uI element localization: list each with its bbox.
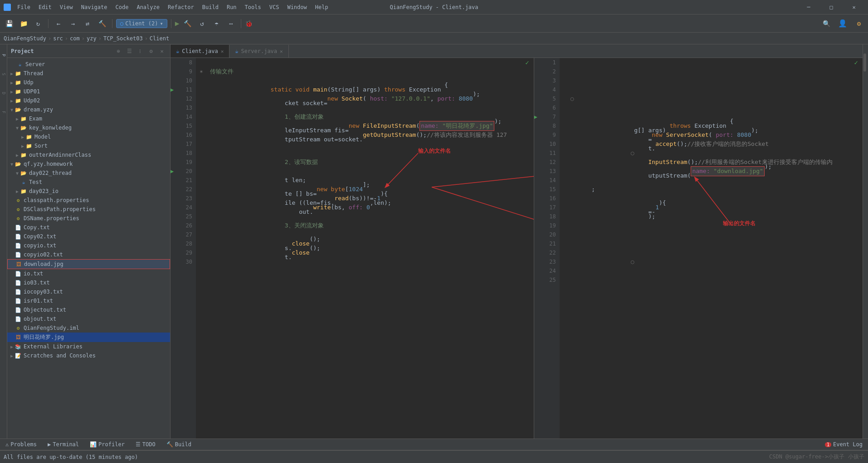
tree-item-model[interactable]: ▶ 📁 Model: [7, 132, 170, 141]
breadcrumb-client[interactable]: Client: [150, 35, 169, 42]
tab-client-java[interactable]: ☕ Client.java ✕: [171, 45, 229, 58]
menu-navigate[interactable]: Navigate: [78, 3, 111, 11]
tree-item-sort[interactable]: ▶ 📁 Sort: [7, 141, 170, 150]
menu-file[interactable]: File: [14, 3, 34, 11]
tab-profiler[interactable]: 📊 Profiler: [88, 440, 127, 449]
menu-view[interactable]: View: [56, 3, 77, 11]
run-arrow-right-7[interactable]: ▶: [534, 112, 537, 121]
search-button[interactable]: 🔍: [820, 17, 833, 30]
extra-button[interactable]: ⋯: [224, 17, 237, 30]
minimize-button[interactable]: ─: [798, 0, 819, 14]
breadcrumb-project[interactable]: QianFengStudy: [4, 35, 46, 42]
menu-build[interactable]: Build: [199, 3, 222, 11]
menu-help[interactable]: Help: [312, 3, 332, 11]
back-button[interactable]: ←: [52, 17, 65, 30]
tree-item-copy02[interactable]: 📄 Copy02.txt: [7, 232, 170, 241]
tab-problems[interactable]: ⚠ Problems: [4, 440, 39, 449]
project-side-tab[interactable]: P: [0, 46, 7, 64]
open-button[interactable]: 📁: [17, 17, 30, 30]
editor-content-server[interactable]: ✓ ▶ 1 2 3 4 5 6 7: [534, 58, 863, 439]
tree-item-outter[interactable]: ▶ 📁 outterAndinnerClass: [7, 150, 170, 159]
right-scrollbar[interactable]: [863, 44, 868, 439]
scrollbar-thumb[interactable]: [863, 53, 866, 72]
tree-item-dsname[interactable]: ⚙ DSName.properties: [7, 214, 170, 223]
tree-item-day022[interactable]: ▼ 📂 day022_thread: [7, 169, 170, 178]
menu-run[interactable]: Run: [223, 3, 240, 11]
tree-item-qf-yzy[interactable]: ▼ 📂 qf.yzy.homework: [7, 159, 170, 169]
tab-build[interactable]: 🔨 Build: [165, 440, 193, 449]
tree-item-iml[interactable]: ⚙ QianFengStudy.iml: [7, 323, 170, 333]
tree-item-isr01[interactable]: 📄 isr01.txt: [7, 296, 170, 305]
tab-todo[interactable]: ☰ TODO: [134, 440, 157, 449]
close-button[interactable]: ✕: [844, 0, 864, 14]
tree-item-objout[interactable]: 📄 objout.txt: [7, 314, 170, 323]
project-settings-btn[interactable]: ⊕: [114, 47, 123, 56]
breadcrumb-src[interactable]: src: [53, 35, 63, 42]
tree-item-udp02[interactable]: ▶ 📁 Udp02: [7, 96, 170, 105]
breadcrumb-tcp[interactable]: TCP_Socket03: [103, 35, 143, 42]
run-arrow-11[interactable]: ▶: [171, 85, 174, 94]
tree-item-download-jpg[interactable]: 🖼 download.jpg: [7, 259, 170, 269]
tree-item-copyio02[interactable]: 📄 copyio02.txt: [7, 250, 170, 259]
tree-item-dsclasspath[interactable]: ⚙ DSClassPath.properties: [7, 205, 170, 214]
event-log-tab[interactable]: 1 Event Log: [823, 440, 864, 449]
run-arrow-22[interactable]: ▶: [171, 167, 174, 176]
maximize-button[interactable]: □: [821, 0, 842, 14]
reload-button[interactable]: ↺: [195, 17, 208, 30]
run-button[interactable]: ▶: [175, 19, 180, 28]
structure-side-tab[interactable]: S: [0, 65, 7, 83]
breadcrumb-com[interactable]: com: [70, 35, 80, 42]
tree-item-scratches[interactable]: ▶ 📝 Scratches and Consoles: [7, 351, 170, 360]
menu-edit[interactable]: Edit: [35, 3, 55, 11]
menu-window[interactable]: Window: [283, 3, 310, 11]
settings-button[interactable]: 👤: [836, 17, 849, 30]
tree-item-io03[interactable]: 📄 io03.txt: [7, 278, 170, 287]
tree-item-day023[interactable]: ▶ 📁 day023_io: [7, 187, 170, 196]
tree-item-objectout[interactable]: 📄 Objectout.txt: [7, 305, 170, 314]
forward-button[interactable]: →: [67, 17, 79, 30]
menu-vcs[interactable]: VCS: [266, 3, 283, 11]
build-project-button[interactable]: 🔨: [96, 17, 108, 30]
build-button[interactable]: 🔨: [181, 17, 194, 30]
tree-item-copyio[interactable]: 📄 copyio.txt: [7, 241, 170, 250]
menu-analyze[interactable]: Analyze: [133, 3, 163, 11]
tree-item-io[interactable]: 📄 io.txt: [7, 269, 170, 278]
tree-item-thread[interactable]: ▶ 📁 Thread: [7, 69, 170, 78]
code-lines-client[interactable]: ✶ 传输文件 static void main(String[] args) t…: [196, 58, 534, 439]
menu-code[interactable]: Code: [112, 3, 132, 11]
menu-refactor[interactable]: Refactor: [164, 3, 198, 11]
tree-item-mingri-jpg[interactable]: 🖼 明日花绮罗.jpg: [7, 333, 170, 342]
tree-item-udp01[interactable]: ▶ 📁 UDP01: [7, 87, 170, 96]
run-config-dropdown[interactable]: ○ Client (2) ▾: [116, 19, 167, 28]
tab-server-java[interactable]: ☕ Server.java ✕: [229, 45, 288, 58]
tree-item-external-libs[interactable]: ▶ 📚 External Libraries: [7, 342, 170, 351]
save-button[interactable]: 💾: [3, 17, 15, 30]
tree-item-iocopy03[interactable]: 📄 iocopy03.txt: [7, 287, 170, 296]
project-close-btn[interactable]: ✕: [157, 47, 166, 56]
menu-tools[interactable]: Tools: [241, 3, 265, 11]
tree-item-key[interactable]: ▼ 📂 key_konwledeg: [7, 123, 170, 132]
sync-button[interactable]: ↻: [32, 17, 44, 30]
tab-terminal[interactable]: ▶ Terminal: [46, 440, 81, 449]
debug-button[interactable]: 🐞: [245, 20, 253, 27]
tree-item-copy[interactable]: 📄 Copy.txt: [7, 223, 170, 232]
favorites-side-tab[interactable]: F: [0, 103, 7, 121]
breadcrumb-yzy[interactable]: yzy: [87, 35, 97, 42]
tab-server-close[interactable]: ✕: [280, 48, 283, 54]
tree-item-test[interactable]: ☕ Test: [7, 178, 170, 187]
tree-item-udp[interactable]: ▶ 📁 Udp: [7, 78, 170, 87]
editor-content-client[interactable]: ✓ ▶ ▶ 8 9 10 11 12 13: [171, 58, 534, 439]
project-filter-btn[interactable]: ⫶: [136, 47, 145, 56]
help-icon-button[interactable]: ⚙: [853, 17, 865, 30]
project-gear-btn[interactable]: ⚙: [146, 47, 156, 56]
tree-item-exam[interactable]: ▶ 📁 Exam: [7, 114, 170, 123]
code-lines-server[interactable]: ○ g[] args) throws Exception { =new Serv…: [560, 58, 863, 439]
reformat-button[interactable]: ⇄: [81, 17, 94, 30]
tab-client-close[interactable]: ✕: [221, 48, 224, 54]
database-side-tab[interactable]: D: [0, 84, 7, 102]
tree-item-dream-yzy[interactable]: ▼ 📂 dream.yzy: [7, 105, 170, 114]
coverage-button[interactable]: ☂: [210, 17, 223, 30]
project-collapse-btn[interactable]: ☰: [125, 47, 134, 56]
tree-item-server[interactable]: ☕ Server: [7, 60, 170, 69]
tree-item-classpath[interactable]: ⚙ classpath.properties: [7, 196, 170, 205]
